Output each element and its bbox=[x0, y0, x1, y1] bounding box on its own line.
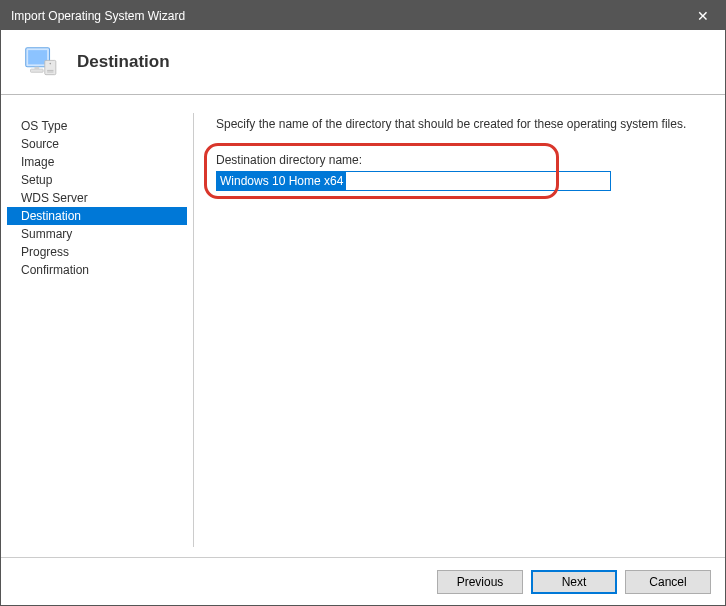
sidebar-item-wds-server[interactable]: WDS Server bbox=[7, 189, 187, 207]
sidebar-item-destination[interactable]: Destination bbox=[7, 207, 187, 225]
field-label: Destination directory name: bbox=[216, 153, 707, 167]
sidebar-item-source[interactable]: Source bbox=[7, 135, 187, 153]
close-icon: ✕ bbox=[697, 8, 709, 24]
sidebar-item-setup[interactable]: Setup bbox=[7, 171, 187, 189]
destination-directory-input[interactable] bbox=[216, 171, 611, 191]
svg-rect-2 bbox=[45, 60, 56, 74]
sidebar-item-image[interactable]: Image bbox=[7, 153, 187, 171]
svg-rect-6 bbox=[31, 69, 44, 72]
titlebar: Import Operating System Wizard ✕ bbox=[1, 1, 725, 30]
cancel-button[interactable]: Cancel bbox=[625, 570, 711, 594]
svg-rect-5 bbox=[47, 72, 53, 73]
svg-rect-7 bbox=[34, 67, 39, 69]
page-title: Destination bbox=[77, 52, 170, 72]
content-pane: Specify the name of the directory that s… bbox=[194, 95, 725, 557]
wizard-steps-sidebar: OS TypeSourceImageSetupWDS ServerDestina… bbox=[1, 95, 193, 557]
sidebar-item-progress[interactable]: Progress bbox=[7, 243, 187, 261]
close-button[interactable]: ✕ bbox=[681, 1, 725, 30]
instruction-text: Specify the name of the directory that s… bbox=[216, 117, 707, 131]
sidebar-item-summary[interactable]: Summary bbox=[7, 225, 187, 243]
svg-rect-1 bbox=[28, 50, 47, 64]
sidebar-item-os-type[interactable]: OS Type bbox=[7, 117, 187, 135]
computer-icon bbox=[21, 43, 59, 81]
svg-rect-4 bbox=[47, 70, 53, 71]
wizard-footer: Previous Next Cancel bbox=[1, 557, 725, 605]
sidebar-item-confirmation[interactable]: Confirmation bbox=[7, 261, 187, 279]
wizard-header: Destination bbox=[1, 30, 725, 95]
svg-point-3 bbox=[50, 63, 52, 65]
next-button[interactable]: Next bbox=[531, 570, 617, 594]
window-title: Import Operating System Wizard bbox=[11, 9, 681, 23]
previous-button[interactable]: Previous bbox=[437, 570, 523, 594]
